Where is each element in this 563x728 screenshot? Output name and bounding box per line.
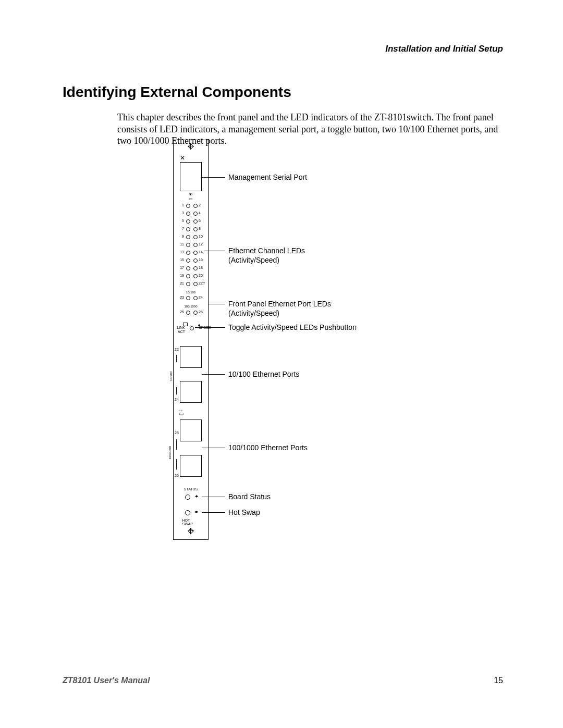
callout-fp-leds: Front Panel Ethernet Port LEDs (Activity…: [228, 300, 331, 318]
document-page: Installation and Initial Setup Identifyi…: [0, 0, 563, 728]
led-num: 16: [199, 258, 203, 262]
led-num: 26: [199, 310, 203, 314]
screw-icon: [188, 143, 194, 150]
section-header: Installation and Initial Setup: [385, 44, 503, 54]
led-num: 10: [199, 235, 203, 238]
led-icon: [193, 243, 198, 247]
led-icon: [186, 251, 190, 255]
led-num: 19: [178, 274, 184, 277]
callout-eth-10-100: 10/100 Ethernet Ports: [228, 370, 299, 379]
led-num: 24: [199, 295, 203, 299]
toggle-left-label: LINK ACT: [176, 326, 185, 334]
ethernet-port-box: [180, 419, 202, 441]
led-icon: [193, 235, 198, 239]
led-icon: [186, 258, 190, 263]
led-icon: [193, 227, 198, 231]
led-icon: [186, 274, 190, 278]
led-num: 14: [199, 250, 203, 254]
callout-channel-leds: Ethernet Channel LEDs (Activity/Speed): [228, 246, 305, 265]
led-icon: [193, 258, 198, 263]
led-icon: [186, 282, 190, 286]
callout-toggle: Toggle Activity/Speed LEDs Pushbutton: [228, 323, 357, 332]
led-num: 22/f: [199, 281, 205, 285]
led-icon: [193, 219, 198, 224]
led-icon: [185, 495, 190, 500]
led-icon: [193, 311, 198, 315]
group-label-100-1000: 100/1000: [184, 305, 197, 308]
led-icon: [193, 282, 198, 286]
ethernet-port-box: [180, 455, 202, 477]
led-num: 25: [178, 310, 184, 314]
led-num: 13: [178, 250, 184, 254]
led-num: 11: [178, 242, 184, 246]
footer-manual-title: ZT8101 User's Manual: [63, 676, 150, 685]
led-num: 21: [178, 281, 184, 285]
led-icon: [193, 204, 198, 208]
led-num: 8: [199, 227, 201, 230]
heading: Identifying External Components: [63, 84, 291, 101]
led-icon: [193, 274, 198, 278]
footer-page-number: 15: [494, 676, 503, 685]
serial-port-box: [180, 162, 202, 191]
network-icon: ◦◦▭: [179, 409, 183, 415]
status-symbol-icon: ✦: [194, 493, 199, 499]
led-num: 15: [178, 258, 184, 262]
led-num: 1: [178, 203, 184, 207]
led-num: 2: [199, 203, 201, 207]
ethernet-port-box: [180, 346, 202, 368]
led-icon: [193, 296, 198, 300]
front-panel-outline: ✕ 👁▭ 12 34 56 78 910 1112 1314 1516 1718…: [173, 140, 209, 540]
led-icon: [193, 266, 198, 270]
port-side-num: 23: [175, 348, 179, 351]
led-icon: [186, 311, 190, 315]
serial-port-icon: 👁▭: [189, 193, 193, 201]
status-label: STATUS: [184, 487, 198, 491]
led-icon: [185, 510, 190, 515]
group-label-10-100: 10/100: [186, 291, 195, 294]
callout-board-status: Board Status: [228, 492, 271, 502]
ethernet-port-box: [180, 381, 202, 403]
callout-hot-swap: Hot Swap: [228, 508, 260, 517]
callout-serial: Management Serial Port: [228, 173, 307, 182]
led-icon: [186, 235, 190, 239]
led-num: 3: [178, 211, 184, 215]
led-num: 5: [178, 219, 184, 223]
led-num: 23: [178, 295, 184, 299]
port-side-num: 24: [175, 398, 179, 401]
led-icon: [193, 212, 198, 216]
led-num: 4: [199, 211, 201, 215]
port-side-num: 25: [175, 431, 179, 435]
led-num: 20: [199, 274, 203, 277]
led-icon: [190, 326, 194, 330]
led-icon: [186, 219, 190, 224]
led-num: 12: [199, 242, 203, 246]
callout-eth-100-1000: 100/1000 Ethernet Ports: [228, 443, 308, 453]
screw-icon: [188, 528, 194, 534]
led-icon: [186, 266, 190, 270]
x-icon: ✕: [180, 154, 184, 162]
led-num: 17: [178, 266, 184, 269]
led-icon: [186, 296, 190, 300]
led-grid: 12 34 56 78 910 1112 1314 1516 1718 1920…: [174, 203, 208, 289]
led-icon: [186, 243, 190, 247]
led-num: 7: [178, 227, 184, 230]
port-side-label: 100/1000: [168, 446, 172, 459]
hotswap-label: HOT SWAP: [182, 519, 200, 526]
port-side-num: 26: [175, 474, 179, 477]
front-panel-figure: ✕ 👁▭ 12 34 56 78 910 1112 1314 1516 1718…: [173, 140, 486, 541]
led-num: 6: [199, 219, 201, 223]
led-icon: [186, 212, 190, 216]
port-side-label: 10/100: [169, 372, 173, 381]
led-icon: [186, 227, 190, 231]
hotswap-symbol-icon: ✒: [194, 509, 199, 515]
led-num: 9: [178, 235, 184, 238]
led-icon: [193, 251, 198, 255]
led-num: 18: [199, 266, 203, 269]
led-icon: [186, 204, 190, 208]
